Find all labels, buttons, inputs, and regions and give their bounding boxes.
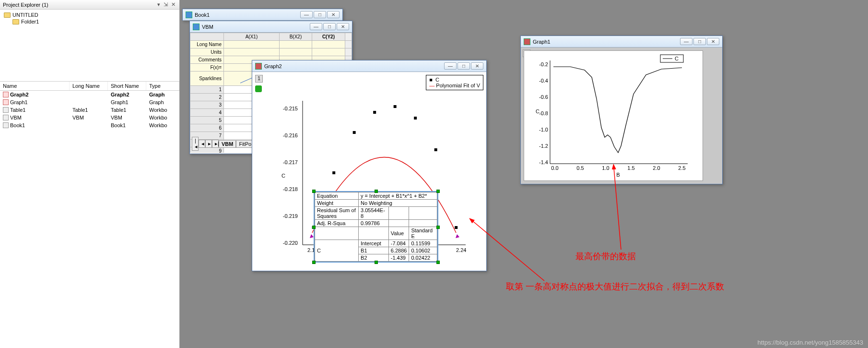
graph2-title: Graph2 xyxy=(264,63,282,69)
maximize-button[interactable]: □ xyxy=(693,38,706,45)
fit-results-table[interactable]: Equationy = Intercept + B1*x^1 + B2* Wei… xyxy=(314,191,438,263)
workbook-icon xyxy=(193,24,199,30)
sheet-nav-prev[interactable]: ◂ xyxy=(199,140,205,148)
project-explorer-panel: Project Explorer (1) ▾ ⇲ ✕ UNTITLED Fold… xyxy=(0,0,180,348)
folder-icon xyxy=(4,12,11,18)
maximize-button[interactable]: □ xyxy=(323,23,336,30)
resize-handle[interactable] xyxy=(312,226,316,229)
svg-text:C: C xyxy=(675,56,679,61)
book1-window[interactable]: Book1 — □ ✕ xyxy=(182,9,343,21)
project-list-row[interactable]: Graph1Graph1Graph xyxy=(0,98,179,106)
svg-text:2.5: 2.5 xyxy=(678,165,685,171)
svg-text:-0.216: -0.216 xyxy=(283,132,298,138)
svg-text:-0.8: -0.8 xyxy=(539,110,548,116)
project-explorer-title-bar: Project Explorer (1) ▾ ⇲ ✕ xyxy=(0,0,179,10)
fit-rss: 3.05544E-8 xyxy=(359,207,389,220)
param-name: B1 xyxy=(359,247,389,254)
maximize-button[interactable]: □ xyxy=(314,11,326,18)
fit-value-header: Value xyxy=(388,227,409,240)
graph2-window[interactable]: Graph2 — □ ✕ 1 ■ C — Polynomial Fit of V… xyxy=(252,60,487,271)
col-short[interactable]: Short Name xyxy=(108,82,146,90)
close-button[interactable]: ✕ xyxy=(471,62,483,70)
close-button[interactable]: ✕ xyxy=(337,23,349,30)
project-list-header: Name Long Name Short Name Type xyxy=(0,82,179,91)
project-list-row[interactable]: Table1Table1Table1Workbo xyxy=(0,106,179,114)
svg-text:1.0: 1.0 xyxy=(602,165,609,171)
resize-handle[interactable] xyxy=(375,190,378,193)
project-tree[interactable]: UNTITLED Folder1 xyxy=(0,10,179,82)
col-c[interactable]: C(Y2) xyxy=(312,33,345,41)
project-list-row[interactable]: VBMVBMVBMWorkbo xyxy=(0,114,179,121)
col-b[interactable]: B(X2) xyxy=(279,33,312,41)
svg-text:-1.4: -1.4 xyxy=(539,159,548,165)
sheet-nav-last[interactable]: ▸| xyxy=(212,140,219,148)
graph1-window[interactable]: Graph1 — □ ✕ 1 C C B -0.2-0.4-0.6 -0.8-1… xyxy=(520,36,723,184)
svg-rect-19 xyxy=(455,226,457,229)
minimize-button[interactable]: — xyxy=(300,11,313,18)
sheet-tabs[interactable]: |◂ ◂ ▸ ▸| VBM FitPo xyxy=(192,137,254,151)
svg-text:-0.6: -0.6 xyxy=(539,94,548,100)
graph1-body: 1 C C B -0.2-0.4-0.6 -0.8-1.0-1.2-1.4 0.… xyxy=(521,48,722,184)
resize-handle[interactable] xyxy=(312,190,316,193)
fit-rss-label: Residual Sum of Squares xyxy=(315,207,359,220)
legend-fit: Polynomial Fit of V xyxy=(436,83,480,88)
svg-text:-0.219: -0.219 xyxy=(283,213,298,219)
resize-handle[interactable] xyxy=(436,190,440,193)
legend-c: C xyxy=(435,77,439,83)
graph1-plot[interactable]: C C B -0.2-0.4-0.6 -0.8-1.0-1.2-1.4 0.00… xyxy=(524,51,703,180)
annotation-1: 取第 一条高对称点的极大值进行二次拟合，得到二次系数 xyxy=(506,281,755,292)
tree-child[interactable]: Folder1 xyxy=(12,18,177,25)
resize-handle[interactable] xyxy=(436,226,440,229)
project-list-row[interactable]: Graph2Graph2Graph xyxy=(0,91,179,98)
col-type[interactable]: Type xyxy=(146,82,179,90)
col-long[interactable]: Long Name xyxy=(70,82,108,90)
svg-text:0.5: 0.5 xyxy=(576,165,584,171)
graph-icon xyxy=(255,63,262,70)
annotation-2: 最高价带的数据 xyxy=(575,251,636,262)
close-button[interactable]: ✕ xyxy=(707,38,719,45)
graph1-plot-container: C C B -0.2-0.4-0.6 -0.8-1.0-1.2-1.4 0.00… xyxy=(524,50,703,181)
sheet-nav-first[interactable]: |◂ xyxy=(192,137,199,151)
resize-handle[interactable] xyxy=(436,261,440,264)
resize-handle[interactable] xyxy=(312,261,316,264)
graph2-title-bar[interactable]: Graph2 — □ ✕ xyxy=(252,60,486,72)
svg-rect-13 xyxy=(332,171,335,174)
param-se: 0.11599 xyxy=(409,240,437,247)
col-a[interactable]: A(X1) xyxy=(224,33,280,41)
book1-title: Book1 xyxy=(195,12,210,18)
project-list-row[interactable]: Book1Book1Workbo xyxy=(0,121,179,129)
lock-icon[interactable] xyxy=(255,85,262,92)
maximize-button[interactable]: □ xyxy=(457,62,470,70)
close-button[interactable]: ✕ xyxy=(327,11,340,18)
sheet-nav-next[interactable]: ▸ xyxy=(205,140,212,148)
panel-buttons[interactable]: ▾ ⇲ ✕ xyxy=(157,1,176,8)
project-explorer-title: Project Explorer (1) xyxy=(3,2,48,8)
tree-root-label: UNTITLED xyxy=(12,12,38,18)
book1-title-bar[interactable]: Book1 — □ ✕ xyxy=(183,9,342,21)
layer-tab[interactable]: 1 xyxy=(255,75,263,83)
svg-text:-1.2: -1.2 xyxy=(539,143,548,149)
param-se: 0.02422 xyxy=(409,254,437,262)
folder-icon xyxy=(12,19,19,24)
fit-series: C xyxy=(315,240,359,262)
vbm-title-bar[interactable]: VBM — □ ✕ xyxy=(190,21,352,33)
graph-icon xyxy=(524,38,530,45)
param-value: 6.2886 xyxy=(388,247,409,254)
resize-handle[interactable] xyxy=(375,261,378,264)
sheet-tab-vbm[interactable]: VBM xyxy=(219,140,236,148)
tree-root[interactable]: UNTITLED xyxy=(4,12,177,18)
graph1-title: Graph1 xyxy=(533,39,551,45)
minimize-button[interactable]: — xyxy=(444,62,457,70)
svg-text:-0.2: -0.2 xyxy=(539,61,548,67)
fit-equation-label: Equation xyxy=(315,192,359,200)
fit-se-header: Standard E xyxy=(409,227,437,240)
fit-weight-label: Weight xyxy=(315,200,359,207)
minimize-button[interactable]: — xyxy=(310,23,322,30)
minimize-button[interactable]: — xyxy=(680,38,692,45)
svg-text:-0.215: -0.215 xyxy=(283,106,298,111)
graph1-title-bar[interactable]: Graph1 — □ ✕ xyxy=(521,36,722,48)
fit-weight: No Weighting xyxy=(359,200,437,207)
col-name[interactable]: Name xyxy=(0,82,70,90)
graph2-legend[interactable]: ■ C — Polynomial Fit of V xyxy=(426,75,483,90)
param-name: Intercept xyxy=(359,240,389,247)
